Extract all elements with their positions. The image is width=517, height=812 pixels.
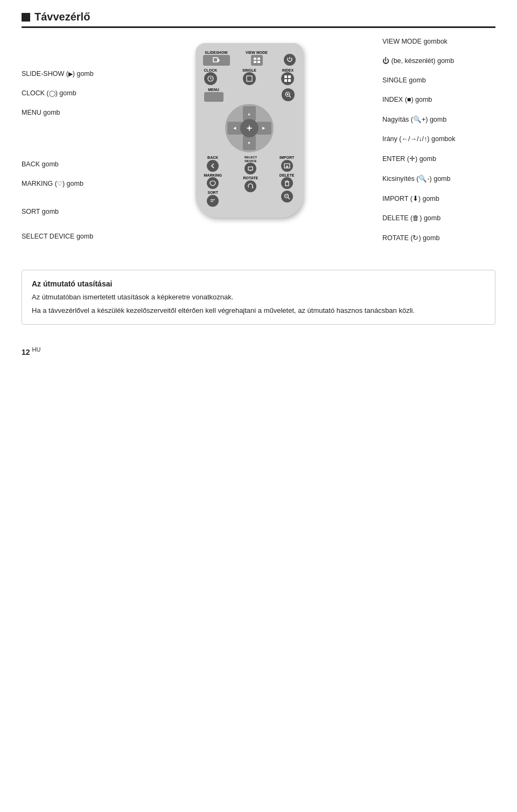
- clock-label: CLOCK: [204, 68, 218, 73]
- header-square: [22, 13, 30, 22]
- marking-button[interactable]: [207, 177, 219, 189]
- svg-rect-12: [284, 79, 287, 82]
- right-label-power: ⏻ (be, készenlét) gomb: [382, 57, 495, 65]
- page-suffix: HU: [32, 346, 40, 353]
- main-diagram: SLIDE-SHOW (▶) gomb CLOCK (◯) gomb MENU …: [22, 38, 495, 254]
- back-group: BACK: [207, 156, 219, 172]
- svg-rect-2: [254, 58, 256, 60]
- import-label: IMPORT: [280, 156, 294, 160]
- single-button[interactable]: [243, 72, 256, 85]
- single-group: SINGLE: [242, 68, 256, 86]
- power-button[interactable]: [284, 54, 296, 66]
- info-box-title: Az útmutató utasításai: [32, 278, 485, 290]
- single-label: SINGLE: [242, 68, 256, 73]
- label-select-device: SELECT DEVICE gomb: [22, 233, 116, 240]
- right-label-enter: ENTER (✛) gomb: [382, 155, 495, 163]
- right-label-single: SINGLE gomb: [382, 76, 495, 84]
- menu-label: MENU: [208, 88, 219, 92]
- index-group: INDEX: [281, 68, 294, 86]
- rotate-label: ROTATE: [243, 176, 258, 180]
- remote-control: SLIDESHOW VIEW MODE: [195, 43, 303, 218]
- menu-group: MENU: [204, 88, 223, 102]
- svg-rect-4: [254, 61, 256, 63]
- label-sort: SORT gomb: [22, 208, 116, 215]
- svg-line-15: [289, 96, 291, 97]
- page-header: Távvezérlő: [22, 11, 495, 28]
- select-device-group: SELECTDEVICE: [244, 156, 257, 174]
- clock-group: CLOCK: [204, 68, 218, 86]
- import-button[interactable]: [281, 160, 293, 172]
- info-box-line1: Az útmutatóban ismertetett utasítások a …: [32, 292, 485, 303]
- info-box: Az útmutató utasításai Az útmutatóban is…: [22, 270, 495, 325]
- right-label-view-mode: VIEW MODE gombok: [382, 38, 495, 45]
- label-clock: CLOCK (◯) gomb: [22, 89, 116, 97]
- power-group: [284, 50, 296, 66]
- zoom-out-button[interactable]: [281, 191, 293, 202]
- svg-rect-13: [288, 79, 291, 82]
- delete-button[interactable]: [281, 177, 293, 189]
- zoom-out-group: [281, 191, 293, 202]
- label-menu: MENU gomb: [22, 109, 116, 116]
- svg-rect-3: [257, 58, 260, 60]
- label-slideshow: SLIDE-SHOW (▶) gomb: [22, 70, 116, 78]
- right-label-rotate: ROTATE (↻) gomb: [382, 234, 495, 242]
- right-label-delete: DELETE (🗑) gomb: [382, 214, 495, 222]
- slideshow-group: SLIDESHOW: [203, 51, 230, 66]
- power-label: [289, 50, 290, 54]
- page-number-area: 12 HU: [22, 346, 495, 356]
- svg-rect-23: [248, 167, 253, 170]
- view-mode-group: VIEW MODE: [246, 51, 268, 66]
- slideshow-label: SLIDESHOW: [205, 51, 227, 55]
- svg-rect-10: [284, 75, 287, 78]
- right-label-zoom-in: Nagyítás (🔍+) gomb: [382, 115, 495, 123]
- right-label-zoom-out: Kicsinyítés (🔍-) gomb: [382, 174, 495, 183]
- dpad-right[interactable]: ▶: [256, 122, 271, 135]
- svg-point-20: [248, 127, 250, 129]
- import-group: IMPORT: [280, 156, 294, 172]
- sort-button[interactable]: [207, 195, 219, 207]
- svg-rect-9: [247, 76, 252, 81]
- right-label-import: IMPORT (⬇) gomb: [382, 194, 495, 202]
- label-marking: MARKING (♡) gomb: [22, 180, 116, 187]
- dpad: ▲ ▼ ◀ ▶: [225, 104, 274, 152]
- remote-wrapper: SLIDESHOW VIEW MODE: [121, 38, 377, 254]
- marking-group: MARKING: [204, 173, 222, 190]
- dpad-down[interactable]: ▼: [243, 135, 256, 150]
- slideshow-button[interactable]: [203, 55, 230, 66]
- right-label-index: INDEX (■) gomb: [382, 96, 495, 103]
- svg-rect-27: [285, 182, 289, 186]
- enter-button[interactable]: [240, 119, 258, 137]
- svg-rect-0: [213, 58, 218, 62]
- zoom-in-group: [282, 88, 295, 101]
- svg-line-8: [211, 79, 212, 79]
- svg-rect-5: [257, 61, 260, 63]
- rotate-group: ROTATE: [243, 176, 258, 192]
- marking-label: MARKING: [204, 173, 222, 178]
- page-title: Távvezérlő: [34, 11, 90, 23]
- svg-line-31: [288, 198, 290, 199]
- delete-label: DELETE: [280, 173, 295, 178]
- back-button[interactable]: [207, 160, 219, 172]
- right-labels-column: VIEW MODE gombok ⏻ (be, készenlét) gomb …: [382, 38, 495, 254]
- svg-rect-11: [288, 75, 291, 78]
- delete-group: DELETE: [280, 173, 295, 190]
- right-label-direction: Irány (←/→/↓/↑) gombok: [382, 135, 495, 143]
- left-labels-column: SLIDE-SHOW (▶) gomb CLOCK (◯) gomb MENU …: [22, 38, 116, 254]
- select-device-button[interactable]: [244, 163, 256, 174]
- index-button[interactable]: [281, 72, 294, 85]
- info-box-line2: Ha a távvezérlővel a készülék kezelőszer…: [32, 305, 485, 317]
- select-device-label: SELECTDEVICE: [244, 156, 257, 163]
- zoom-in-button[interactable]: [282, 88, 295, 101]
- svg-marker-1: [218, 58, 220, 62]
- sort-group: SORT: [207, 191, 219, 207]
- view-mode-button[interactable]: [251, 55, 263, 66]
- rotate-button[interactable]: [244, 180, 256, 192]
- view-mode-label: VIEW MODE: [246, 51, 268, 55]
- label-back: BACK gomb: [22, 160, 116, 168]
- sort-label: SORT: [207, 191, 218, 195]
- clock-button[interactable]: [204, 72, 217, 85]
- index-label: INDEX: [282, 68, 294, 73]
- menu-button[interactable]: [204, 92, 223, 102]
- page-number: 12: [22, 348, 30, 356]
- back-label: BACK: [207, 156, 218, 160]
